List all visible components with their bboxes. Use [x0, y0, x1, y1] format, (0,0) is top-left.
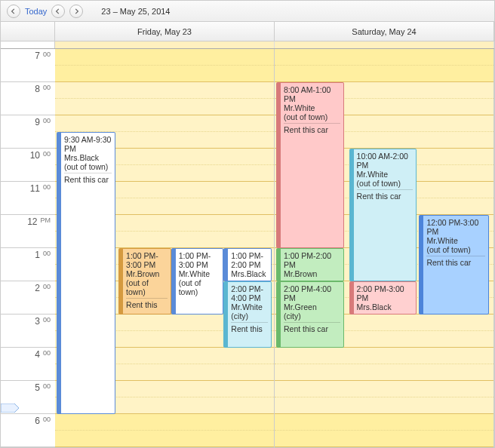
appointment[interactable]: 8:00 AM-1:00 PM Mr.White (out of town) R…	[276, 82, 344, 248]
event-action-link[interactable]: Rent this car	[426, 256, 485, 267]
time-slot[interactable]	[55, 115, 274, 132]
event-time: 1:00 PM-2:00 PM	[231, 251, 268, 269]
event-time: 9:30 AM-9:30 PM	[64, 135, 112, 153]
hour-label: 7	[35, 51, 40, 61]
appointment[interactable]: 9:30 AM-9:30 PM Mrs.Black (out of town) …	[57, 132, 115, 414]
time-slot[interactable]	[55, 66, 274, 82]
event-location: (out of town)	[284, 112, 340, 121]
hour-label: 8	[35, 84, 40, 94]
event-time: 10:00 AM-2:00 PM	[357, 152, 414, 170]
time-slot[interactable]	[275, 414, 493, 431]
chevron-left-icon	[11, 8, 17, 14]
event-time: 1:00 PM-3:00 PM	[179, 251, 220, 269]
time-slot[interactable]	[275, 381, 493, 397]
hour-label: 11	[30, 183, 40, 194]
time-slot[interactable]	[275, 348, 493, 364]
event-person: Mr.White	[179, 269, 220, 278]
time-slot[interactable]	[55, 49, 274, 66]
minute-label: 00	[43, 349, 51, 357]
next-button[interactable]	[69, 5, 83, 18]
minute-label: 00	[43, 183, 51, 191]
allday-col-fri[interactable]	[55, 41, 275, 48]
minute-label: PM	[41, 216, 51, 224]
event-location: (city)	[231, 311, 268, 321]
appointment[interactable]: 1:00 PM-3:00 PM Mr.White (out of town)	[171, 248, 224, 315]
time-slot[interactable]	[275, 364, 493, 381]
day-header-friday[interactable]: Friday, May 23	[55, 22, 275, 41]
hour-label: 12	[27, 216, 37, 227]
hour-label: 3	[35, 316, 40, 327]
event-time: 2:00 PM-4:00 PM	[231, 284, 268, 302]
event-action-link[interactable]: Rent this	[231, 322, 268, 333]
minute-label: 00	[43, 84, 51, 91]
time-slot[interactable]	[275, 397, 493, 414]
time-gutter: 700 800 900 1000 1100 12PM 100 200 300 4…	[1, 49, 55, 447]
appointment[interactable]: 1:00 PM-2:00 PM Mr.Brown	[276, 248, 344, 281]
minute-label: 00	[43, 150, 51, 158]
event-person: Mrs.Black	[357, 302, 414, 311]
day-header-saturday[interactable]: Saturday, May 24	[275, 22, 494, 41]
appointment[interactable]: 1:00 PM-3:00 PM Mr.Brown (out of town) R…	[118, 248, 171, 315]
chevron-left-small-icon	[55, 8, 61, 14]
hour-label: 2	[35, 283, 40, 293]
minute-label: 00	[43, 117, 51, 124]
minute-label: 00	[43, 250, 51, 257]
allday-col-sat[interactable]	[275, 41, 494, 48]
event-person: Mr.Brown	[284, 269, 340, 278]
date-range-label: 23 – May 25, 2014	[101, 7, 170, 16]
event-person: Mr.Green	[284, 302, 340, 311]
event-location: (out of town)	[179, 278, 220, 296]
calendar-grid: 700 800 900 1000 1100 12PM 100 200 300 4…	[1, 49, 494, 447]
time-slot[interactable]	[275, 431, 493, 447]
time-slot[interactable]	[275, 49, 493, 66]
event-location: (out of town)	[357, 179, 414, 188]
appointment[interactable]: 2:00 PM-3:00 PM Mrs.Black	[349, 281, 417, 315]
day-header-row: Friday, May 23 Saturday, May 24	[1, 22, 494, 41]
event-location: (out of town)	[426, 245, 485, 254]
next-inner-button[interactable]	[51, 5, 65, 18]
event-location: (out of town)	[126, 278, 168, 296]
event-person: Mr.White	[357, 170, 414, 179]
event-action-link[interactable]: Rent this car	[64, 173, 112, 184]
hour-label: 4	[35, 349, 40, 360]
event-time: 2:00 PM-4:00 PM	[284, 284, 340, 302]
appointment[interactable]: 12:00 PM-3:00 PM Mr.White (out of town) …	[419, 215, 489, 315]
event-person: Mr.Brown	[126, 269, 168, 278]
time-slot[interactable]	[55, 82, 274, 99]
hour-label: 9	[35, 117, 40, 127]
event-time: 1:00 PM-3:00 PM	[126, 251, 168, 269]
event-action-link[interactable]: Rent this car	[357, 189, 414, 201]
event-action-link[interactable]: Rent this car	[284, 322, 340, 333]
allday-gutter	[1, 41, 55, 48]
event-person: Mr.White	[231, 302, 268, 311]
hour-label: 1	[35, 250, 40, 260]
event-time: 1:00 PM-2:00 PM	[284, 251, 340, 269]
allday-row	[1, 41, 494, 49]
hour-label: 10	[30, 150, 40, 161]
day-column-saturday[interactable]: 8:00 AM-1:00 PM Mr.White (out of town) R…	[275, 49, 494, 447]
minute-label: 00	[43, 416, 51, 423]
appointment[interactable]: 2:00 PM-4:00 PM Mr.Green (city) Rent thi…	[276, 281, 344, 348]
prev-button[interactable]	[7, 5, 20, 18]
event-person: Mrs.Black	[64, 153, 112, 162]
event-person: Mr.White	[426, 236, 485, 245]
event-time: 8:00 AM-1:00 PM	[284, 85, 340, 103]
minute-label: 00	[43, 382, 51, 390]
event-action-link[interactable]: Rent this car	[284, 123, 340, 134]
today-button[interactable]: Today	[25, 7, 47, 16]
appointment[interactable]: 1:00 PM-2:00 PM Mrs.Black	[223, 248, 272, 281]
time-slot[interactable]	[55, 414, 274, 431]
event-action-link[interactable]: Rent this	[126, 298, 168, 309]
appointment[interactable]: 10:00 AM-2:00 PM Mr.White (out of town) …	[349, 149, 417, 281]
minute-label: 00	[43, 51, 51, 58]
time-slot[interactable]	[55, 99, 274, 115]
appointment[interactable]: 2:00 PM-4:00 PM Mr.White (city) Rent thi…	[223, 281, 272, 348]
header-gutter	[1, 22, 55, 41]
minute-label: 00	[43, 316, 51, 324]
event-time: 2:00 PM-3:00 PM	[357, 284, 414, 302]
event-location: (out of town)	[64, 162, 112, 171]
day-column-friday[interactable]: 9:30 AM-9:30 PM Mrs.Black (out of town) …	[55, 49, 275, 447]
hour-label: 6	[35, 416, 40, 426]
time-slot[interactable]	[275, 66, 493, 82]
time-slot[interactable]	[55, 431, 274, 447]
